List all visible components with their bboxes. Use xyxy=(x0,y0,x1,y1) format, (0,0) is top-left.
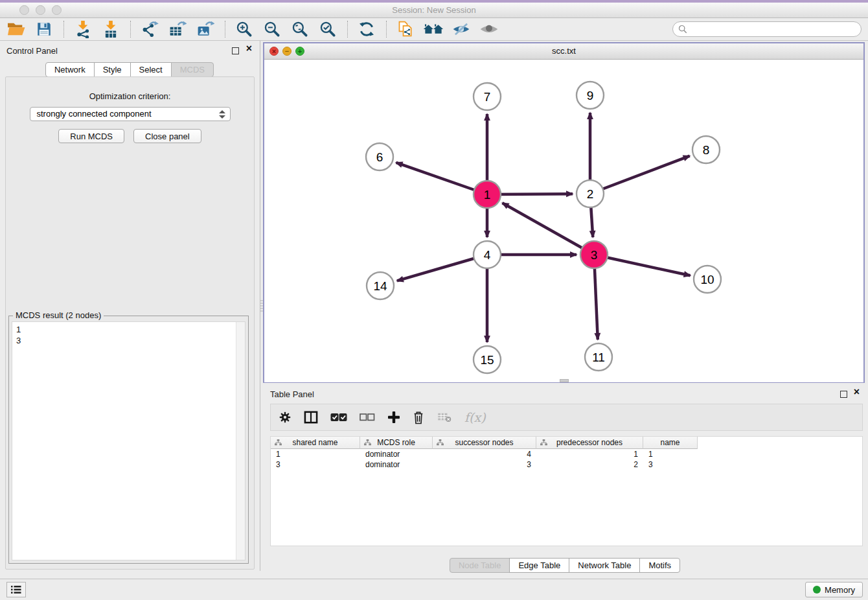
memory-status-icon xyxy=(813,586,821,594)
import-network-icon xyxy=(74,20,91,38)
column-header-mcds-role[interactable]: MCDS role xyxy=(360,437,433,449)
export-table-icon xyxy=(168,21,187,38)
tab-network[interactable]: Network xyxy=(45,62,95,77)
tab-select[interactable]: Select xyxy=(130,62,172,77)
result-scrollbar[interactable] xyxy=(236,322,245,560)
search-input[interactable] xyxy=(691,24,861,35)
run-mcds-button[interactable]: Run MCDS xyxy=(58,129,124,143)
table-settings-button[interactable] xyxy=(279,411,291,424)
attribute-tree-icon xyxy=(364,439,371,446)
refresh-icon xyxy=(358,21,375,38)
graph-edge-2-8[interactable] xyxy=(590,156,690,194)
node-table[interactable]: shared nameMCDS rolesuccessor nodesprede… xyxy=(270,436,863,546)
show-graphics-button[interactable] xyxy=(478,19,500,39)
zoom-out-button[interactable] xyxy=(261,19,283,39)
search-field[interactable] xyxy=(672,21,862,37)
close-table-panel-icon[interactable]: × xyxy=(854,387,860,397)
select-all-button[interactable] xyxy=(330,413,347,422)
mcds-result-lines: 1 3 xyxy=(12,322,245,348)
apply-layout-button[interactable] xyxy=(356,19,378,39)
deselect-all-icon xyxy=(360,413,375,421)
column-header-label: MCDS role xyxy=(377,438,415,447)
zoom-in-button[interactable] xyxy=(233,19,255,39)
close-panel-button[interactable]: Close panel xyxy=(133,129,201,143)
graph-edge-3-10[interactable] xyxy=(594,255,691,275)
eye-slash-icon xyxy=(452,21,470,37)
float-table-panel-icon[interactable] xyxy=(840,391,847,398)
graph-edge-1-6[interactable] xyxy=(396,163,487,194)
control-panel: Control Panel × NetworkStyleSelectMCDS O… xyxy=(0,41,260,571)
graph-node-label-15: 15 xyxy=(480,353,494,367)
columns-icon xyxy=(304,411,318,424)
column-header-shared-name[interactable]: shared name xyxy=(271,437,360,449)
tab-style[interactable]: Style xyxy=(94,62,131,77)
zoom-fit-button[interactable] xyxy=(289,19,311,39)
tab-motifs[interactable]: Motifs xyxy=(639,558,680,573)
close-panel-icon[interactable]: × xyxy=(246,43,252,54)
import-table-icon xyxy=(102,20,119,38)
criterion-dropdown[interactable]: strongly connected component xyxy=(30,107,231,121)
zoom-selected-button[interactable] xyxy=(317,19,339,39)
import-table-button[interactable] xyxy=(100,19,122,39)
export-network-button[interactable] xyxy=(139,19,161,39)
table-cell[interactable]: 1 xyxy=(536,449,643,459)
mcds-result-area[interactable]: 1 3 xyxy=(12,321,246,560)
trash-icon xyxy=(413,410,424,424)
tab-edge-table[interactable]: Edge Table xyxy=(509,558,569,573)
toolbar-separator xyxy=(347,21,348,38)
tab-mcds[interactable]: MCDS xyxy=(171,62,214,77)
table-cell[interactable]: 4 xyxy=(433,449,536,459)
table-cell[interactable]: 3 xyxy=(271,459,360,470)
column-header-name[interactable]: name xyxy=(643,437,698,449)
network-window-titlebar[interactable]: × − + scc.txt xyxy=(264,43,863,60)
canvas-resize-grip[interactable] xyxy=(560,379,569,382)
tab-node-table[interactable]: Node Table xyxy=(450,558,510,573)
column-header-successor-nodes[interactable]: successor nodes xyxy=(433,437,536,449)
graph-node-label-14: 14 xyxy=(373,279,387,293)
table-cell[interactable]: 1 xyxy=(643,449,698,459)
network-view-window: × − + scc.txt 7968124314101511 xyxy=(263,42,865,383)
export-table-button[interactable] xyxy=(166,19,188,39)
deselect-all-button[interactable] xyxy=(360,413,375,421)
table-cell[interactable]: 3 xyxy=(433,459,536,470)
table-row[interactable]: 1dominator411 xyxy=(271,449,862,459)
home-button[interactable] xyxy=(422,19,444,39)
table-row[interactable]: 3dominator323 xyxy=(271,459,862,470)
table-cell[interactable]: 2 xyxy=(536,459,643,470)
import-network-button[interactable] xyxy=(72,19,94,39)
memory-button[interactable]: Memory xyxy=(805,582,863,597)
application-window: Session: New Session xyxy=(0,0,868,600)
save-session-button[interactable] xyxy=(33,19,55,39)
column-header-label: shared name xyxy=(292,438,337,447)
clone-network-button[interactable] xyxy=(394,19,417,39)
memory-label: Memory xyxy=(825,585,855,595)
table-cell[interactable]: dominator xyxy=(360,459,433,470)
add-row-button[interactable] xyxy=(387,411,400,424)
open-session-button[interactable] xyxy=(5,19,27,39)
table-cell[interactable]: dominator xyxy=(360,449,433,459)
table-body: 1dominator4113dominator323 xyxy=(271,449,862,470)
attribute-tree-icon xyxy=(275,439,282,446)
delete-table-button[interactable] xyxy=(437,412,452,422)
delete-row-button[interactable] xyxy=(413,410,424,424)
dropdown-stepper-icon xyxy=(219,110,225,119)
column-header-predecessor-nodes[interactable]: predecessor nodes xyxy=(536,437,643,449)
float-panel-icon[interactable] xyxy=(232,47,239,54)
task-history-button[interactable] xyxy=(6,582,26,597)
open-folder-icon xyxy=(6,21,26,38)
graph-edge-3-1[interactable] xyxy=(503,203,594,255)
table-cell[interactable]: 3 xyxy=(643,459,698,470)
network-window-title: scc.txt xyxy=(264,46,863,56)
network-canvas[interactable]: 7968124314101511 xyxy=(264,60,863,382)
export-image-button[interactable] xyxy=(194,19,216,39)
function-builder-button[interactable]: f(x) xyxy=(464,410,486,424)
table-cell[interactable]: 1 xyxy=(271,449,360,459)
network-graph[interactable]: 7968124314101511 xyxy=(264,60,863,382)
graph-node-label-3: 3 xyxy=(591,248,598,262)
zoom-in-icon xyxy=(235,20,253,38)
hide-graphics-button[interactable] xyxy=(450,19,472,39)
tab-network-table[interactable]: Network Table xyxy=(569,558,640,573)
titlebar[interactable]: Session: New Session xyxy=(0,3,868,18)
show-columns-button[interactable] xyxy=(304,411,318,424)
control-panel-tabs: NetworkStyleSelectMCDS xyxy=(0,62,260,77)
